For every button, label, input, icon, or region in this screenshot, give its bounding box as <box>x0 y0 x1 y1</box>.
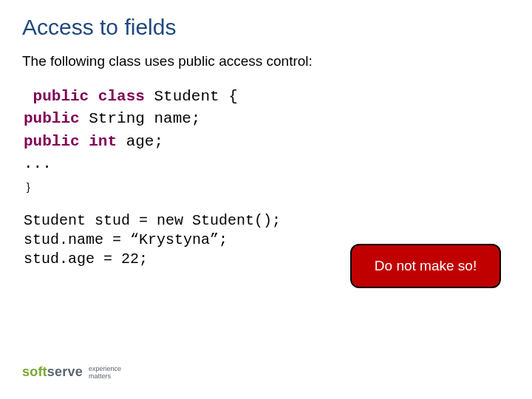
slide-title: Access to fields <box>22 15 510 40</box>
keyword-class: class <box>98 88 145 105</box>
keyword-int: int <box>89 133 117 150</box>
keyword-public: public <box>24 110 80 127</box>
tagline-line2: matters <box>89 373 121 380</box>
keyword-public: public <box>24 133 80 150</box>
intro-text: The following class uses public access c… <box>22 53 510 69</box>
warning-text: Do not make so! <box>375 258 477 274</box>
keyword-public: public <box>33 88 89 105</box>
brand-tagline: experience matters <box>89 366 121 380</box>
slide: Access to fields The following class use… <box>0 0 532 399</box>
ellipsis: ... <box>24 155 52 172</box>
logo-part-soft: soft <box>22 364 47 379</box>
code-block-class: public class Student { public String nam… <box>24 86 510 198</box>
class-decl-tail: Student { <box>145 88 238 105</box>
logo-part-serve: serve <box>47 364 83 379</box>
field-age-decl: age; <box>117 133 163 150</box>
close-brace: } <box>24 181 30 193</box>
field-name-decl: String name; <box>80 110 201 127</box>
warning-callout: Do not make so! <box>350 244 501 288</box>
brand-logo: softserve <box>22 364 83 380</box>
